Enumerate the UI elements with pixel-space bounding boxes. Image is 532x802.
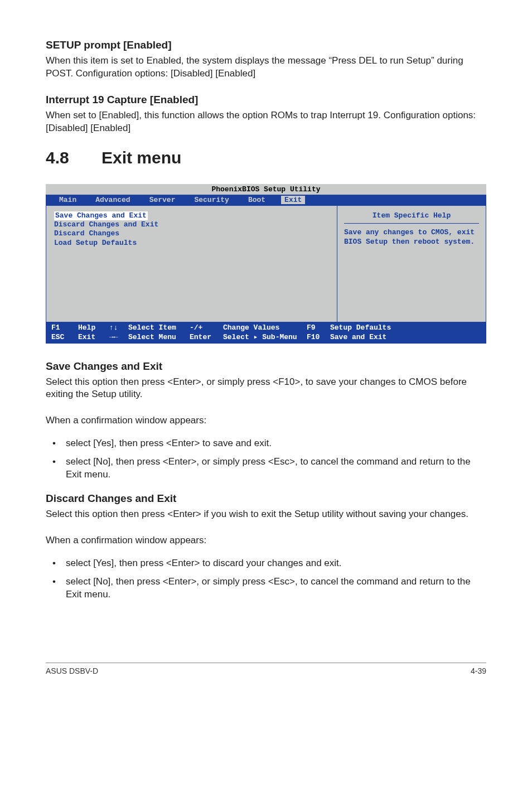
bios-tab-boot: Boot <box>245 196 269 204</box>
bios-footer: F1 ESC Help Exit ↑↓ →← Select Item Selec… <box>46 322 486 344</box>
bios-tab-advanced: Advanced <box>92 196 133 204</box>
bios-left-pane: Save Changes and Exit Discard Changes an… <box>46 205 337 322</box>
discard-exit-bullets: select [Yes], then press <Enter> to disc… <box>46 557 486 601</box>
bios-item-discard-exit: Discard Changes and Exit <box>54 220 329 229</box>
bios-tab-exit: Exit <box>281 196 305 204</box>
bios-help-text: Save any changes to CMOS, exit BIOS Setu… <box>344 228 479 247</box>
bios-action-save-exit: Save and Exit <box>330 333 391 342</box>
bios-help-pane: Item Specific Help Save any changes to C… <box>337 205 486 322</box>
bios-action-select-menu: Select Menu <box>128 333 190 342</box>
bios-arrows-leftright-icon: →← <box>109 333 128 342</box>
footer-left: ASUS DSBV-D <box>46 666 98 675</box>
bios-item-load-defaults: Load Setup Defaults <box>54 239 329 248</box>
bios-action-change-values: Change Values <box>223 323 307 333</box>
bios-item-save-exit: Save Changes and Exit <box>54 211 148 220</box>
list-item: select [Yes], then press <Enter> to disc… <box>46 557 486 570</box>
bios-action-select-submenu: Select ▸ Sub-Menu <box>223 333 307 342</box>
setup-prompt-heading: SETUP prompt [Enabled] <box>46 39 486 51</box>
bios-tab-security: Security <box>191 196 232 204</box>
section-title: Exit menu <box>101 148 181 167</box>
bios-key-f10: F10 <box>307 333 330 342</box>
save-exit-bullets: select [Yes], then press <Enter> to save… <box>46 437 486 481</box>
section-heading: 4.8Exit menu <box>46 148 486 167</box>
bios-menubar: Main Advanced Server Security Boot Exit <box>46 195 486 205</box>
bios-key-f9: F9 <box>307 323 330 333</box>
save-exit-body: Select this option then press <Enter>, o… <box>46 376 486 402</box>
interrupt19-heading: Interrupt 19 Capture [Enabled] <box>46 94 486 106</box>
bios-tab-server: Server <box>146 196 179 204</box>
bios-key-plusminus: -/+ <box>190 323 223 333</box>
bios-item-discard: Discard Changes <box>54 229 329 238</box>
bios-key-enter: Enter <box>190 333 223 342</box>
bios-tab-main: Main <box>56 196 80 204</box>
bios-key-esc: ESC <box>51 333 78 342</box>
bios-arrows-updown-icon: ↑↓ <box>109 323 128 333</box>
bios-help-title: Item Specific Help <box>344 211 479 224</box>
save-exit-heading: Save Changes and Exit <box>46 360 486 373</box>
discard-exit-lead: When a confirmation window appears: <box>46 534 486 547</box>
bios-key-f1: F1 <box>51 323 78 333</box>
list-item: select [Yes], then press <Enter> to save… <box>46 437 486 450</box>
bios-screenshot: PhoenixBIOS Setup Utility Main Advanced … <box>46 184 486 344</box>
list-item: select [No], then press <Enter>, or simp… <box>46 456 486 481</box>
bios-action-setup-defaults: Setup Defaults <box>330 323 391 333</box>
bios-action-select-item: Select Item <box>128 323 190 333</box>
interrupt19-body: When set to [Enabled], this function all… <box>46 109 486 135</box>
list-item: select [No], then press <Enter>, or simp… <box>46 576 486 601</box>
bios-title: PhoenixBIOS Setup Utility <box>46 184 486 195</box>
page-footer: ASUS DSBV-D 4-39 <box>46 663 486 675</box>
footer-right: 4-39 <box>471 666 486 675</box>
save-exit-lead: When a confirmation window appears: <box>46 414 486 427</box>
bios-action-help: Help <box>78 323 109 333</box>
discard-exit-heading: Discard Changes and Exit <box>46 492 486 505</box>
bios-action-exit: Exit <box>78 333 109 342</box>
discard-exit-body: Select this option then press <Enter> if… <box>46 508 486 521</box>
setup-prompt-body: When this item is set to Enabled, the sy… <box>46 55 486 80</box>
section-number: 4.8 <box>46 148 101 167</box>
